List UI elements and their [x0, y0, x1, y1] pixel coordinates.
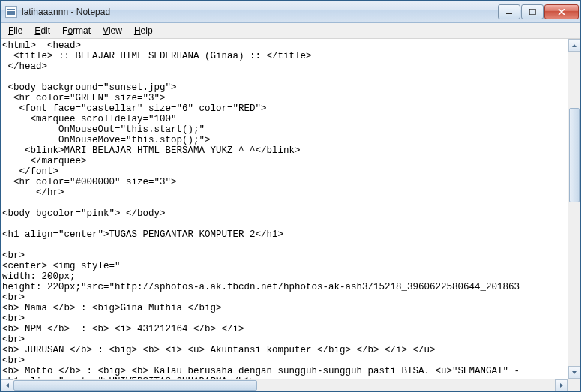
- close-button[interactable]: [544, 4, 579, 19]
- menu-file[interactable]: File: [2, 23, 28, 38]
- chevron-left-icon: [5, 382, 10, 388]
- horizontal-scrollbar[interactable]: [1, 379, 568, 391]
- window-title: latihaaannn - Notepad: [22, 7, 110, 17]
- scroll-up-button[interactable]: [568, 39, 580, 52]
- minimize-icon: [505, 9, 513, 15]
- vscroll-thumb[interactable]: [569, 108, 580, 202]
- scroll-right-button[interactable]: [555, 379, 568, 391]
- svg-rect-1: [529, 9, 535, 15]
- client-area: <html> <head> <title> :: BELAJAR HTML SE…: [1, 39, 580, 379]
- hscroll-track[interactable]: [13, 379, 555, 391]
- menu-view[interactable]: View: [97, 23, 128, 38]
- chevron-up-icon: [571, 43, 577, 48]
- notepad-window: latihaaannn - Notepad File Edit Format V…: [0, 0, 581, 392]
- window-controls: [497, 4, 579, 19]
- menu-edit[interactable]: Edit: [28, 23, 56, 38]
- scroll-corner: [568, 379, 580, 391]
- maximize-button[interactable]: [521, 4, 544, 19]
- titlebar[interactable]: latihaaannn - Notepad: [1, 1, 580, 23]
- vertical-scrollbar[interactable]: [568, 39, 580, 379]
- hscroll-thumb[interactable]: [13, 380, 257, 391]
- svg-rect-0: [506, 13, 512, 14]
- chevron-down-icon: [571, 370, 577, 375]
- menu-format[interactable]: Format: [56, 23, 97, 38]
- scroll-down-button[interactable]: [568, 366, 580, 379]
- menu-help[interactable]: Help: [128, 23, 159, 38]
- bottom-scroll-row: [1, 379, 580, 391]
- text-editor[interactable]: <html> <head> <title> :: BELAJAR HTML SE…: [1, 39, 568, 379]
- menubar: File Edit Format View Help: [1, 23, 580, 39]
- notepad-icon: [5, 6, 17, 18]
- maximize-icon: [529, 9, 536, 15]
- close-icon: [558, 9, 565, 15]
- minimize-button[interactable]: [498, 4, 520, 19]
- scroll-left-button[interactable]: [1, 379, 13, 391]
- chevron-right-icon: [559, 382, 564, 388]
- vscroll-track[interactable]: [568, 52, 580, 366]
